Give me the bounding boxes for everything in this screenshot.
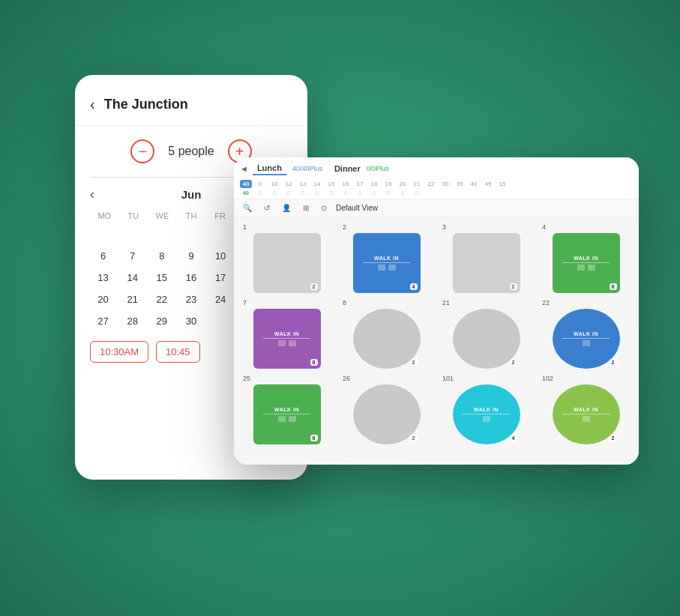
time-slot[interactable]: 13 (297, 181, 309, 187)
seat-badge: 2 (510, 283, 517, 290)
table-cell-26[interactable]: 26 2 (340, 375, 433, 444)
cal-cell[interactable]: 7 (119, 247, 145, 265)
time-slot[interactable]: 18 (368, 181, 380, 187)
cal-cell[interactable]: 29 (148, 312, 175, 330)
table-shape[interactable]: 2 (253, 233, 321, 293)
cal-cell[interactable]: 17 (208, 268, 234, 287)
time-slot[interactable]: 15 (325, 181, 337, 187)
decrease-party-button[interactable]: − (130, 139, 154, 163)
cal-cell[interactable] (208, 225, 234, 244)
cal-cell[interactable]: 13 (90, 268, 116, 287)
table-divider (263, 338, 310, 339)
table-shape[interactable]: WALK IN 8 (553, 233, 620, 293)
table-cell-22[interactable]: 22 WALK IN 2 (539, 299, 633, 369)
time-slot[interactable]: 22 (425, 181, 437, 187)
cal-cell[interactable]: 14 (119, 268, 145, 287)
time-slot[interactable]: 45 (482, 181, 494, 187)
table-shape[interactable]: WALK IN 2 (553, 309, 620, 369)
toolbar-refresh-icon[interactable]: ↺ (261, 202, 273, 214)
table-shape[interactable]: WALK IN 4 (453, 384, 520, 444)
table-shape[interactable]: WALK IN 4 (353, 233, 421, 293)
table-cell-102[interactable]: 102 WALK IN 2 (539, 375, 633, 444)
table-shape[interactable]: 2 (353, 309, 421, 369)
time-slot[interactable]: 12 (283, 181, 295, 187)
table-shape[interactable]: 2 (353, 384, 421, 444)
table-shape[interactable]: WALK IN 8 (253, 384, 321, 444)
table-cell-7[interactable]: 7 WALK IN 8 (240, 299, 334, 369)
cal-cell[interactable] (90, 225, 116, 244)
time-chip-1045[interactable]: 10:45 (156, 341, 200, 363)
time-slot[interactable]: 17 (354, 181, 366, 187)
toolbar-person-icon[interactable]: 👤 (279, 202, 294, 214)
cal-cell[interactable]: 23 (178, 290, 204, 309)
cal-cell[interactable]: 28 (119, 312, 145, 330)
time-chip-1030[interactable]: 10:30AM (90, 341, 148, 363)
table-cell-1[interactable]: 1 2 (240, 223, 334, 293)
cal-cell[interactable] (148, 225, 175, 244)
time-slot[interactable]: 21 (411, 181, 423, 187)
cal-cell (208, 312, 234, 330)
dinner-tab[interactable]: Dinner (334, 164, 361, 173)
avail-indicator: 0 (354, 190, 366, 196)
time-slot[interactable]: 16 (340, 181, 352, 187)
seat-badge: 2 (610, 359, 617, 366)
table-cell-3[interactable]: 3 2 (439, 223, 533, 293)
table-shape[interactable]: WALK IN 2 (553, 384, 620, 444)
cal-cell[interactable]: 27 (90, 312, 116, 330)
table-icon (289, 416, 296, 422)
table-icon (388, 265, 396, 271)
cal-cell[interactable]: 20 (90, 290, 116, 309)
seat-badge: 8 (310, 359, 318, 366)
time-slot[interactable]: 15 (496, 181, 508, 187)
avail-indicator: 0 (382, 190, 394, 196)
service-nav-left[interactable]: ◄ (240, 164, 248, 173)
table-shape[interactable]: 2 (453, 233, 520, 293)
table-shape[interactable]: WALK IN 8 (253, 309, 321, 369)
day-mo: MO (90, 211, 119, 220)
active-time-slot[interactable]: 40 (240, 180, 252, 188)
table-shape[interactable]: 2 (453, 309, 520, 369)
time-slot[interactable]: 19 (382, 181, 394, 187)
table-icon (378, 265, 385, 271)
cal-cell[interactable]: 6 (90, 247, 116, 265)
cal-cell[interactable] (119, 225, 145, 244)
cal-cell[interactable]: 8 (148, 247, 175, 265)
time-slot[interactable]: 20 (397, 181, 409, 187)
floor-toolbar: 🔍 ↺ 👤 ⊞ ⊙ Default View (234, 199, 639, 217)
avail-indicator: 0 (311, 190, 323, 196)
toolbar-settings-icon[interactable]: ⊙ (318, 202, 330, 214)
walk-in-label: WALK IN (474, 407, 499, 412)
cal-cell[interactable]: 22 (148, 290, 175, 309)
seat-badge: 2 (510, 359, 517, 366)
cal-cell[interactable]: 24 (208, 290, 234, 309)
cal-cell[interactable]: 15 (148, 268, 175, 287)
back-button[interactable]: ‹ (90, 96, 95, 113)
table-cell-101[interactable]: 101 WALK IN 4 (439, 375, 533, 444)
cal-cell[interactable]: 21 (119, 290, 145, 309)
calendar-prev-button[interactable]: ‹ (90, 187, 94, 202)
table-cell-8[interactable]: 8 2 (340, 299, 433, 369)
time-slot[interactable]: 35 (454, 181, 466, 187)
table-cell-2[interactable]: 2 WALK IN 4 (340, 223, 433, 293)
time-slot[interactable]: 0 (254, 181, 266, 187)
cal-cell[interactable]: 30 (178, 312, 204, 330)
table-icon (289, 340, 296, 346)
cal-cell[interactable]: 16 (178, 268, 204, 287)
toolbar-grid-icon[interactable]: ⊞ (300, 202, 312, 214)
time-slot[interactable]: 10 (268, 181, 280, 187)
time-slot[interactable]: 40 (468, 181, 480, 187)
table-cell-4[interactable]: 4 WALK IN 8 (539, 223, 633, 293)
tables-grid: 1 2 2 WALK IN 4 (240, 223, 633, 444)
cal-cell[interactable]: 10 (208, 247, 234, 265)
toolbar-search-icon[interactable]: 🔍 (240, 202, 255, 214)
seat-badge: 4 (410, 283, 418, 290)
time-slot[interactable]: 14 (311, 181, 323, 187)
cal-cell[interactable] (178, 225, 204, 244)
cal-cell[interactable]: 9 (178, 247, 204, 265)
walk-in-label: WALK IN (274, 331, 299, 336)
walk-in-label: WALK IN (574, 256, 598, 261)
table-cell-25[interactable]: 25 WALK IN 8 (240, 375, 334, 444)
lunch-tab[interactable]: Lunch (253, 162, 286, 175)
time-slot[interactable]: 30 (439, 181, 451, 187)
table-cell-21[interactable]: 21 2 (439, 299, 533, 369)
